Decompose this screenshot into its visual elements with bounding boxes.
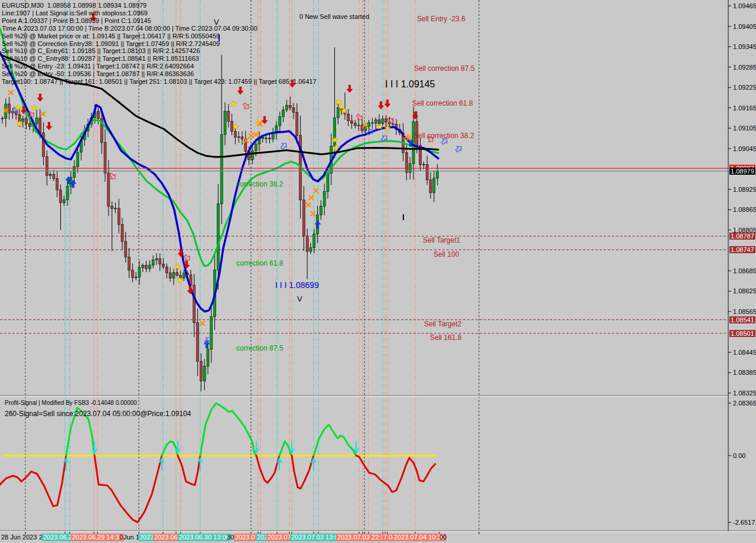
candle-up xyxy=(207,349,209,367)
indicator-info-line: Target100: 1.08747 || Target 161: 1.0850… xyxy=(2,78,317,85)
indicator-info-line: Sell %20 @ Entry -50: 1.09536 | Target:1… xyxy=(2,70,194,77)
price-axis-highlight-box: 1.08541 xyxy=(729,316,755,323)
candle-up xyxy=(220,135,223,204)
chart-annotation-label: 0 New Sell wave started xyxy=(299,13,369,20)
candle-down xyxy=(169,273,171,278)
chart-annotation-label: Sell Target1 xyxy=(423,237,460,244)
indicator-axis-label: 0.00 xyxy=(733,452,745,459)
chart-annotation-label: Sell Target2 xyxy=(424,320,461,328)
indicator-info-line: EURUSD,M30 1.08958 1.08998 1.08934 1.089… xyxy=(2,2,146,9)
price-axis-label: 1.08685 xyxy=(733,267,756,274)
candle-up xyxy=(436,172,439,178)
time-axis-highlight-label: 2023.07.04 10:30 xyxy=(393,534,446,541)
candle-up xyxy=(35,118,38,124)
time-axis-label: 30 xyxy=(227,534,234,541)
candle-down xyxy=(354,123,356,126)
candle-up xyxy=(357,125,360,126)
chart-annotation-label: Sell 100 xyxy=(434,251,459,259)
candle-up xyxy=(49,174,51,175)
candle-up xyxy=(337,108,339,118)
subwindow-signal-status: 260-Signal=Sell since:2023.07.04 05:00:0… xyxy=(5,410,191,418)
candle-up xyxy=(148,265,151,269)
price-axis-label: 1.09285 xyxy=(733,64,756,71)
price-axis-label: 1.08925 xyxy=(733,186,756,193)
candle-up xyxy=(272,133,274,139)
chart-annotation-label: Sell 161.8 xyxy=(430,334,461,342)
chart-annotation-label: Sell correction 87.5 xyxy=(414,65,475,73)
candle-down xyxy=(56,179,58,190)
price-axis-highlight-box: 1.08979 xyxy=(729,168,755,175)
candle-up xyxy=(309,248,312,251)
indicator-info-line: Sell %20 @ Correction Entry38: 1.09091 |… xyxy=(2,40,220,47)
candle-down xyxy=(45,156,48,175)
candle-down xyxy=(347,114,350,121)
candle-down xyxy=(378,120,380,123)
candle-up xyxy=(422,164,425,165)
candle-up xyxy=(313,234,315,247)
chart-annotation-label: V xyxy=(297,295,302,303)
indicator-axis-label: 2.08365 xyxy=(733,400,756,407)
candle-up xyxy=(323,191,325,206)
price-axis-highlight-box: 1.08787 xyxy=(729,233,755,240)
candle-down xyxy=(28,123,31,126)
candle-up xyxy=(63,200,65,203)
candle-down xyxy=(302,200,305,236)
time-axis-label: 0 xyxy=(119,534,123,541)
time-axis-highlight-label: 2023.06. xyxy=(153,534,181,541)
time-axis-highlight-label: 2023.06.29 14:30 xyxy=(71,534,124,541)
price-axis-label: 1.09105 xyxy=(733,125,756,132)
candle-down xyxy=(392,124,394,125)
candle-up xyxy=(155,259,158,260)
subwindow-indicator-title: Profit-Signal | Modified By FSB3 -0.1404… xyxy=(5,400,137,406)
candle-down xyxy=(176,273,178,275)
time-axis-highlight-label: 2023.07.03 13:00 xyxy=(290,534,343,541)
candle-up xyxy=(412,122,415,163)
price-axis-label: 1.08325 xyxy=(733,390,756,397)
price-axis-label: 1.08445 xyxy=(733,349,756,356)
candle-down xyxy=(405,153,408,173)
indicator-info-line: Sell %20 @ Entry -23: 1.09431 | Target:1… xyxy=(2,63,194,70)
candle-up xyxy=(203,367,206,381)
candle-up xyxy=(382,119,384,123)
price-axis-label: 1.08385 xyxy=(733,369,756,376)
candle-down xyxy=(145,266,148,269)
candle-down xyxy=(121,224,123,241)
mt4-chart-window: Profit-Signal | Modified By FSB3 -0.1404… xyxy=(0,0,756,543)
indicator-info-line: Line:1907 | Last Signal is:Sell with sto… xyxy=(2,9,148,17)
chart-annotation-label: correction 61.8 xyxy=(236,260,283,267)
price-axis-label: 1.09045 xyxy=(733,145,756,152)
candle-down xyxy=(125,241,127,257)
indicator-info-line: Sell %10 @ C_Entry88: 1.09287 || Target:… xyxy=(2,55,199,62)
candle-up xyxy=(22,119,24,121)
candle-up xyxy=(368,123,370,127)
candle-up xyxy=(224,112,226,135)
candle-up xyxy=(135,277,137,277)
price-axis-label: 1.09165 xyxy=(733,104,756,112)
candle-down xyxy=(60,190,62,203)
candle-down xyxy=(351,121,353,123)
price-axis-label: 1.09225 xyxy=(733,84,756,91)
candle-up xyxy=(142,266,144,268)
candle-down xyxy=(131,270,133,278)
candle-down xyxy=(231,121,233,131)
price-axis-label: 1.08625 xyxy=(733,287,756,295)
candle-up xyxy=(279,117,281,126)
price-axis-label: 1.09465 xyxy=(733,2,756,9)
candle-down xyxy=(107,173,110,206)
candle-up xyxy=(374,120,377,123)
price-axis-label: 1.08865 xyxy=(733,206,756,213)
candle-down xyxy=(371,123,373,123)
candle-up xyxy=(327,173,329,191)
candle-down xyxy=(429,180,432,193)
candle-up xyxy=(251,151,253,160)
chart-annotation-label: I I I 1.08699 xyxy=(275,281,319,290)
candle-down xyxy=(128,257,131,270)
candle-down xyxy=(227,112,230,122)
chart-annotation-label: I I I 1.09145 xyxy=(385,79,435,90)
time-axis-highlight-label: 2023.06.30 13:00 xyxy=(178,534,231,541)
price-axis-label: 1.09405 xyxy=(733,23,756,30)
candle-down xyxy=(25,119,28,123)
candle-up xyxy=(265,138,268,139)
candle-down xyxy=(200,361,202,381)
indicator-axis-label: -2.65171 xyxy=(733,519,756,526)
